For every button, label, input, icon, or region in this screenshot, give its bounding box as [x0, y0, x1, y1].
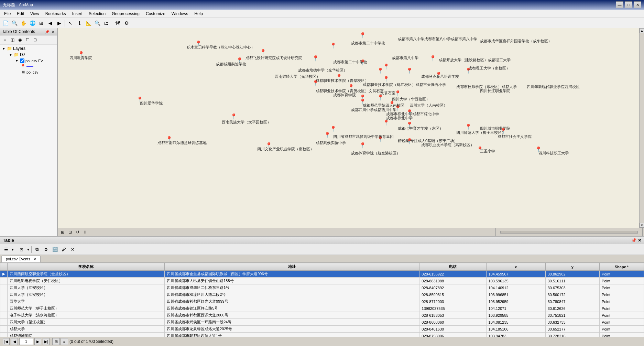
- table-row[interactable]: 四川大学（江安校区） 四川省成都市双流区川大路二段2号 028-8599315 …: [0, 291, 644, 298]
- new-btn[interactable]: 📄: [1, 19, 10, 27]
- map-label: 成都七中育才学校（东区）: [398, 126, 443, 131]
- table-row[interactable]: ▶ 四川西南航空职业学院（金堂校区） 四川省成都市金堂县成都国际职教城（西区）学…: [0, 271, 644, 278]
- table-row[interactable]: 西华大学 四川省成都市郫都区红光大道9999号 028-8772003 103.…: [0, 298, 644, 305]
- poi-layer-checkbox[interactable]: [20, 58, 24, 63]
- table-view-list-btn[interactable]: ≡: [61, 338, 68, 345]
- toc-content: ▼ 📁 Layers ▼ 📁 D:\ ▼: [0, 45, 57, 236]
- toc-layout-btn[interactable]: ⊡: [32, 36, 39, 43]
- toc-poi-layer-row[interactable]: ▼ poi.csv Ev: [14, 58, 56, 64]
- menu-view[interactable]: View: [28, 11, 42, 17]
- menu-bookmarks[interactable]: Bookmarks: [43, 11, 69, 17]
- table-row[interactable]: 四川电影电视学院（安仁校区） 四川省成都市大邑县安仁镇金山路188号 028-8…: [0, 278, 644, 284]
- info-btn[interactable]: ℹ: [75, 19, 84, 27]
- settings-btn[interactable]: ⚙: [122, 19, 131, 27]
- map-ctrl-pause[interactable]: ⏸: [82, 229, 89, 236]
- search-btn[interactable]: 🔍: [93, 19, 101, 27]
- menu-file[interactable]: File: [1, 11, 13, 17]
- measure-btn[interactable]: 📐: [84, 19, 92, 27]
- cell-y: 30.862982: [545, 271, 599, 278]
- hand-btn[interactable]: ✋: [19, 19, 28, 27]
- horizontal-scrollbar[interactable]: [500, 231, 638, 234]
- layout-btn[interactable]: 🗺: [113, 19, 122, 27]
- zoom-prev-btn[interactable]: ◀: [46, 19, 54, 27]
- toc-layers-header[interactable]: ▼ 📁 Layers: [1, 45, 56, 52]
- col-x[interactable]: x: [486, 263, 545, 271]
- nav-last-btn[interactable]: ▶|: [43, 338, 50, 345]
- table-select-btn[interactable]: ⊡: [18, 245, 26, 253]
- select-btn[interactable]: ↖: [66, 19, 75, 27]
- toc-select-btn[interactable]: ☐: [24, 36, 31, 43]
- cell-name: 电子科技大学（清水河校区）: [8, 312, 165, 319]
- menu-customize[interactable]: Customize: [143, 11, 168, 17]
- row-indicator: [0, 333, 8, 337]
- table-copy-btn[interactable]: ⧉: [33, 245, 41, 253]
- vscroll-up-btn[interactable]: ▲: [640, 28, 644, 33]
- table-tab-poi-events[interactable]: poi.csv Events ✕: [1, 256, 41, 262]
- col-address[interactable]: 地址: [165, 263, 419, 271]
- col-phone[interactable]: 电话: [419, 263, 486, 271]
- menu-windows[interactable]: Windows: [169, 11, 191, 17]
- toc-visibility-btn[interactable]: ◉: [17, 36, 23, 43]
- horizontal-scroll-left[interactable]: [495, 228, 500, 236]
- map-label: 四川爱华学院: [140, 101, 163, 106]
- map-pin: 📍: [406, 109, 413, 116]
- table-sort-btn[interactable]: 🔡: [51, 245, 59, 253]
- vscroll-track[interactable]: [640, 33, 644, 223]
- col-shape[interactable]: Shape *: [599, 263, 644, 271]
- cell-name: 成都锦城学院: [8, 333, 165, 337]
- table-row[interactable]: 电子科技大学（清水河校区） 四川省成都市郫都区西源大道2006号 028-618…: [0, 312, 644, 319]
- map-label: 成都市第二十中学校: [351, 41, 385, 46]
- globe-btn[interactable]: 🌐: [28, 19, 36, 27]
- map-pin: 📍: [260, 49, 266, 55]
- open-btn[interactable]: 🔍: [10, 19, 19, 27]
- table-pin-btn[interactable]: 📌: [631, 238, 636, 243]
- nav-prev-btn[interactable]: ◀: [11, 338, 18, 345]
- nav-next-btn[interactable]: ▶: [34, 338, 41, 345]
- map-pin: 📍: [465, 123, 472, 130]
- table-row[interactable]: 四川大学（望江校区） 四川省成都市武侯区一环路南一段24号 028-860806…: [0, 319, 644, 326]
- map-ctrl-1[interactable]: ⊞: [59, 229, 66, 236]
- toc-list-btn[interactable]: ≡: [1, 36, 8, 43]
- map-label: 四川文化产业职业学院（南校区）: [257, 147, 314, 152]
- table-row[interactable]: 成都大学 四川省成都市龙泉驿区成洛大道2025号 028-8461630 104…: [0, 326, 644, 333]
- maximize-btn[interactable]: □: [625, 1, 632, 8]
- menu-insert[interactable]: Insert: [69, 11, 85, 17]
- table-row[interactable]: 四川大学（江安校区） 四川省成都市成华区二仙桥东三路1号 028-8407892…: [0, 284, 644, 291]
- horizontal-scroll-right[interactable]: [638, 228, 643, 236]
- toc-source-btn[interactable]: ◫: [9, 36, 16, 43]
- table-row[interactable]: 成都锦城学院 四川省成都市郫都区西源大道1号 028-8758006 103.9…: [0, 333, 644, 337]
- table-filter-btn[interactable]: ⚙: [42, 245, 50, 253]
- map-pin: 📍: [394, 105, 401, 111]
- identify-btn[interactable]: 🗂: [102, 19, 110, 27]
- table-calc-btn[interactable]: 🖊: [60, 245, 68, 253]
- map-vscrollbar[interactable]: ▲ ▼: [639, 28, 644, 228]
- menu-geoprocessing[interactable]: Geoprocessing: [109, 11, 142, 17]
- table-close-btn[interactable]: ✕: [638, 238, 641, 243]
- table-row[interactable]: 四川师范大学（狮子山校区） 四川省成都市锦江区静安路5号 13982037535…: [0, 305, 644, 312]
- zoom-next-btn[interactable]: ▶: [55, 19, 63, 27]
- toc-close-btn[interactable]: ✕: [51, 30, 55, 34]
- table-tab-close-btn[interactable]: ✕: [33, 257, 36, 261]
- menu-selection[interactable]: Selection: [86, 11, 108, 17]
- map-ctrl-2[interactable]: ⊡: [67, 229, 74, 236]
- page-input[interactable]: [19, 338, 33, 345]
- table-options-btn[interactable]: ☰: [2, 245, 10, 253]
- col-y[interactable]: y: [545, 263, 599, 271]
- table-delete-btn[interactable]: ✕: [69, 245, 77, 253]
- menu-edit[interactable]: Edit: [14, 11, 27, 17]
- cell-address: 四川省成都市大邑县安仁镇金山路188号: [165, 278, 419, 284]
- table-content[interactable]: 学校名称 地址 电话 x y Shape * ▶ 四川西南航空职业学院（金堂校区…: [0, 263, 644, 337]
- map-ctrl-3[interactable]: ↺: [74, 229, 81, 236]
- nav-first-btn[interactable]: |◀: [3, 338, 10, 345]
- fullext-btn[interactable]: ⊞: [37, 19, 45, 27]
- toc-d-header[interactable]: ▼ 📁 D:\: [8, 52, 56, 58]
- vscroll-down-btn[interactable]: ▼: [640, 223, 644, 228]
- table-view-grid-btn[interactable]: ⊞: [52, 338, 60, 345]
- col-name[interactable]: 学校名称: [8, 263, 165, 271]
- close-btn[interactable]: ✕: [634, 1, 641, 8]
- map-area[interactable]: 📍📍📍📍📍📍📍📍📍📍📍📍📍📍📍📍📍📍📍📍📍📍📍📍📍📍📍📍📍📍📍📍📍📍📍📍📍📍📍📍…: [58, 28, 644, 236]
- menu-help[interactable]: Help: [192, 11, 206, 17]
- minimize-btn[interactable]: —: [616, 1, 623, 8]
- toc-table-row[interactable]: ⊞ poi.csv: [21, 69, 56, 75]
- toc-pin-btn[interactable]: 📌: [44, 30, 50, 34]
